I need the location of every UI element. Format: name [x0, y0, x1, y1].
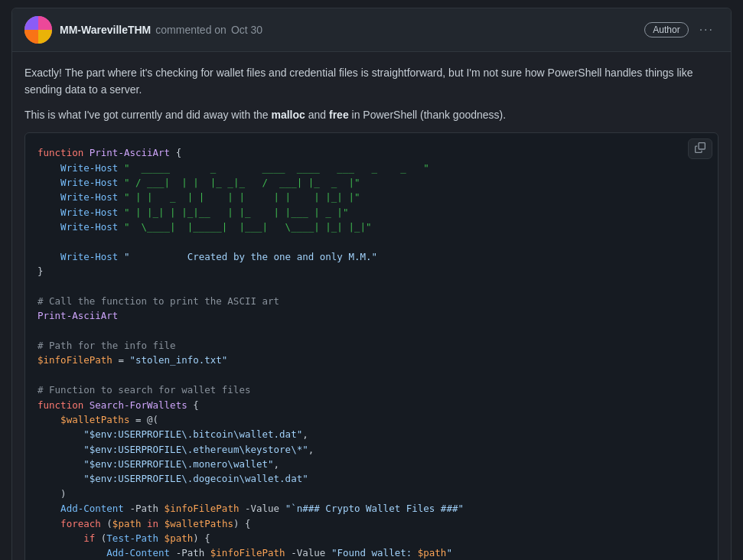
header-left: MM-WarevilleTHM commented on Oct 30	[24, 16, 262, 44]
header-right: Author ···	[644, 21, 719, 38]
comment-date: Oct 30	[231, 24, 262, 36]
code-block-wrapper: function Print-AsciiArt { Write-Host " _…	[24, 132, 719, 560]
paragraph-1: Exactly! The part where it's checking fo…	[24, 64, 719, 99]
copy-icon	[695, 145, 706, 155]
copy-button[interactable]	[688, 138, 712, 159]
comment-meta: MM-WarevilleTHM commented on Oct 30	[60, 24, 262, 36]
comment-action: commented on	[155, 24, 226, 36]
comment-header: MM-WarevilleTHM commented on Oct 30 Auth…	[12, 8, 731, 52]
comment-text: Exactly! The part where it's checking fo…	[24, 64, 719, 123]
comment-block: MM-WarevilleTHM commented on Oct 30 Auth…	[11, 8, 732, 560]
code-block: function Print-AsciiArt { Write-Host " _…	[24, 132, 719, 560]
author-badge-button[interactable]: Author	[644, 22, 688, 37]
more-options-button[interactable]: ···	[695, 21, 719, 38]
more-options-icon: ···	[699, 23, 714, 36]
paragraph-2: This is what I've got currently and did …	[24, 106, 719, 123]
username[interactable]: MM-WarevilleTHM	[60, 24, 151, 36]
code-content: function Print-AsciiArt { Write-Host " _…	[37, 145, 706, 560]
avatar	[24, 16, 52, 44]
comment-body: Exactly! The part where it's checking fo…	[12, 52, 731, 560]
